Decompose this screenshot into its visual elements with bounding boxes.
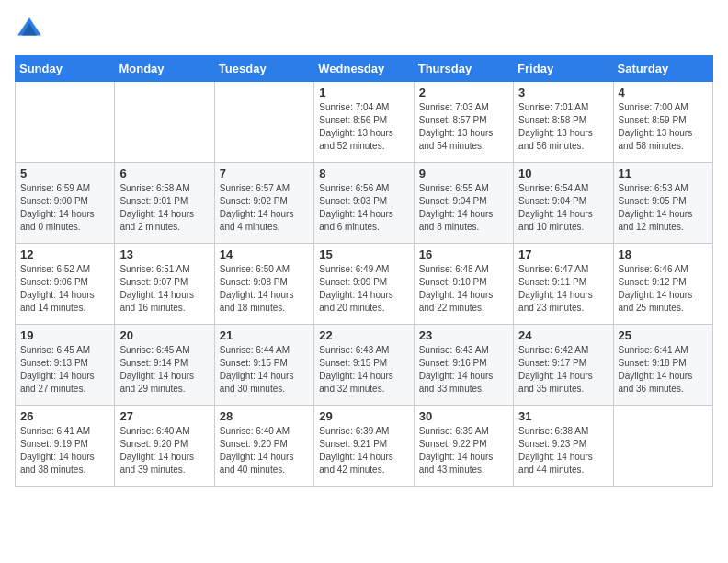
- calendar-cell: 3Sunrise: 7:01 AMSunset: 8:58 PMDaylight…: [514, 82, 613, 163]
- day-number: 30: [419, 409, 508, 423]
- calendar-cell: [214, 82, 313, 163]
- day-number: 11: [619, 167, 708, 180]
- day-number: 15: [319, 247, 408, 261]
- day-number: 9: [419, 167, 508, 180]
- calendar-cell: 4Sunrise: 7:00 AMSunset: 8:59 PMDaylight…: [613, 82, 712, 163]
- day-number: 18: [619, 247, 708, 261]
- day-number: 4: [619, 86, 708, 99]
- day-number: 13: [119, 247, 209, 261]
- day-info: Sunrise: 6:59 AMSunset: 9:00 PMDaylight:…: [20, 182, 109, 234]
- calendar-header-row: SundayMondayTuesdayWednesdayThursdayFrid…: [16, 56, 713, 82]
- column-header-wednesday: Wednesday: [314, 56, 414, 82]
- column-header-sunday: Sunday: [16, 56, 115, 82]
- calendar-cell: 31Sunrise: 6:38 AMSunset: 9:23 PMDayligh…: [514, 406, 613, 487]
- calendar-cell: 1Sunrise: 7:04 AMSunset: 8:56 PMDaylight…: [314, 82, 414, 163]
- week-row-5: 26Sunrise: 6:41 AMSunset: 9:19 PMDayligh…: [16, 406, 713, 487]
- day-number: 2: [419, 86, 508, 99]
- day-info: Sunrise: 6:51 AMSunset: 9:07 PMDaylight:…: [119, 263, 209, 315]
- day-info: Sunrise: 6:49 AMSunset: 9:09 PMDaylight:…: [319, 263, 408, 315]
- calendar-cell: 13Sunrise: 6:51 AMSunset: 9:07 PMDayligh…: [115, 244, 214, 325]
- calendar-cell: 27Sunrise: 6:40 AMSunset: 9:20 PMDayligh…: [115, 406, 214, 487]
- day-info: Sunrise: 6:47 AMSunset: 9:11 PMDaylight:…: [518, 263, 608, 315]
- day-number: 20: [119, 328, 209, 342]
- calendar-cell: [115, 82, 214, 163]
- calendar-cell: 9Sunrise: 6:55 AMSunset: 9:04 PMDaylight…: [414, 163, 513, 244]
- day-info: Sunrise: 6:42 AMSunset: 9:17 PMDaylight:…: [518, 344, 608, 396]
- day-number: 26: [20, 409, 109, 423]
- calendar-cell: 30Sunrise: 6:39 AMSunset: 9:22 PMDayligh…: [414, 406, 513, 487]
- day-info: Sunrise: 6:45 AMSunset: 9:14 PMDaylight:…: [119, 344, 209, 396]
- calendar-cell: 29Sunrise: 6:39 AMSunset: 9:21 PMDayligh…: [314, 406, 414, 487]
- week-row-3: 12Sunrise: 6:52 AMSunset: 9:06 PMDayligh…: [16, 244, 713, 325]
- calendar-cell: 7Sunrise: 6:57 AMSunset: 9:02 PMDaylight…: [214, 163, 313, 244]
- day-info: Sunrise: 7:03 AMSunset: 8:57 PMDaylight:…: [419, 101, 508, 153]
- calendar-cell: 8Sunrise: 6:56 AMSunset: 9:03 PMDaylight…: [314, 163, 414, 244]
- calendar-cell: 11Sunrise: 6:53 AMSunset: 9:05 PMDayligh…: [613, 163, 712, 244]
- calendar-cell: 12Sunrise: 6:52 AMSunset: 9:06 PMDayligh…: [16, 244, 115, 325]
- day-info: Sunrise: 7:01 AMSunset: 8:58 PMDaylight:…: [518, 101, 608, 153]
- calendar-cell: 20Sunrise: 6:45 AMSunset: 9:14 PMDayligh…: [115, 325, 214, 406]
- day-info: Sunrise: 6:58 AMSunset: 9:01 PMDaylight:…: [119, 182, 209, 234]
- calendar-cell: [613, 406, 712, 487]
- day-number: 12: [20, 247, 109, 261]
- calendar-cell: 25Sunrise: 6:41 AMSunset: 9:18 PMDayligh…: [613, 325, 712, 406]
- calendar-cell: 6Sunrise: 6:58 AMSunset: 9:01 PMDaylight…: [115, 163, 214, 244]
- day-number: 22: [319, 328, 408, 342]
- day-number: 23: [419, 328, 508, 342]
- day-info: Sunrise: 6:55 AMSunset: 9:04 PMDaylight:…: [419, 182, 508, 234]
- column-header-monday: Monday: [115, 56, 214, 82]
- day-number: 6: [119, 167, 209, 180]
- day-info: Sunrise: 6:46 AMSunset: 9:12 PMDaylight:…: [619, 263, 708, 315]
- calendar-cell: 26Sunrise: 6:41 AMSunset: 9:19 PMDayligh…: [16, 406, 115, 487]
- day-number: 14: [220, 247, 309, 261]
- calendar-cell: 21Sunrise: 6:44 AMSunset: 9:15 PMDayligh…: [214, 325, 313, 406]
- calendar-cell: 14Sunrise: 6:50 AMSunset: 9:08 PMDayligh…: [214, 244, 313, 325]
- calendar-cell: 5Sunrise: 6:59 AMSunset: 9:00 PMDaylight…: [16, 163, 115, 244]
- calendar-cell: [16, 82, 115, 163]
- calendar-cell: 19Sunrise: 6:45 AMSunset: 9:13 PMDayligh…: [16, 325, 115, 406]
- day-info: Sunrise: 6:41 AMSunset: 9:18 PMDaylight:…: [619, 344, 708, 396]
- day-info: Sunrise: 6:48 AMSunset: 9:10 PMDaylight:…: [419, 263, 508, 315]
- day-info: Sunrise: 6:40 AMSunset: 9:20 PMDaylight:…: [119, 425, 209, 477]
- day-info: Sunrise: 6:52 AMSunset: 9:06 PMDaylight:…: [20, 263, 109, 315]
- calendar-cell: 22Sunrise: 6:43 AMSunset: 9:15 PMDayligh…: [314, 325, 414, 406]
- day-info: Sunrise: 6:43 AMSunset: 9:16 PMDaylight:…: [419, 344, 508, 396]
- day-number: 3: [518, 86, 608, 99]
- day-number: 29: [319, 409, 408, 423]
- day-number: 17: [518, 247, 608, 261]
- column-header-thursday: Thursday: [414, 56, 513, 82]
- calendar-cell: 23Sunrise: 6:43 AMSunset: 9:16 PMDayligh…: [414, 325, 513, 406]
- day-number: 5: [20, 167, 109, 180]
- calendar-cell: 18Sunrise: 6:46 AMSunset: 9:12 PMDayligh…: [613, 244, 712, 325]
- day-info: Sunrise: 7:04 AMSunset: 8:56 PMDaylight:…: [319, 101, 408, 153]
- page-header: [15, 15, 713, 44]
- day-number: 1: [319, 86, 408, 99]
- column-header-tuesday: Tuesday: [214, 56, 313, 82]
- day-number: 28: [220, 409, 309, 423]
- day-info: Sunrise: 6:56 AMSunset: 9:03 PMDaylight:…: [319, 182, 408, 234]
- calendar-cell: 17Sunrise: 6:47 AMSunset: 9:11 PMDayligh…: [514, 244, 613, 325]
- day-info: Sunrise: 6:53 AMSunset: 9:05 PMDaylight:…: [619, 182, 708, 234]
- day-number: 31: [518, 409, 608, 423]
- day-info: Sunrise: 6:50 AMSunset: 9:08 PMDaylight:…: [220, 263, 309, 315]
- calendar-cell: 24Sunrise: 6:42 AMSunset: 9:17 PMDayligh…: [514, 325, 613, 406]
- day-number: 27: [119, 409, 209, 423]
- calendar-cell: 2Sunrise: 7:03 AMSunset: 8:57 PMDaylight…: [414, 82, 513, 163]
- day-info: Sunrise: 6:40 AMSunset: 9:20 PMDaylight:…: [220, 425, 309, 477]
- week-row-4: 19Sunrise: 6:45 AMSunset: 9:13 PMDayligh…: [16, 325, 713, 406]
- calendar-cell: 10Sunrise: 6:54 AMSunset: 9:04 PMDayligh…: [514, 163, 613, 244]
- day-info: Sunrise: 6:45 AMSunset: 9:13 PMDaylight:…: [20, 344, 109, 396]
- day-number: 16: [419, 247, 508, 261]
- day-info: Sunrise: 6:43 AMSunset: 9:15 PMDaylight:…: [319, 344, 408, 396]
- day-info: Sunrise: 7:00 AMSunset: 8:59 PMDaylight:…: [619, 101, 708, 153]
- day-info: Sunrise: 6:54 AMSunset: 9:04 PMDaylight:…: [518, 182, 608, 234]
- day-info: Sunrise: 6:57 AMSunset: 9:02 PMDaylight:…: [220, 182, 309, 234]
- column-header-friday: Friday: [514, 56, 613, 82]
- day-number: 7: [220, 167, 309, 180]
- day-info: Sunrise: 6:39 AMSunset: 9:21 PMDaylight:…: [319, 425, 408, 477]
- calendar-cell: 28Sunrise: 6:40 AMSunset: 9:20 PMDayligh…: [214, 406, 313, 487]
- logo: [15, 15, 46, 44]
- day-number: 19: [20, 328, 109, 342]
- calendar-cell: 15Sunrise: 6:49 AMSunset: 9:09 PMDayligh…: [314, 244, 414, 325]
- logo-icon: [15, 15, 44, 44]
